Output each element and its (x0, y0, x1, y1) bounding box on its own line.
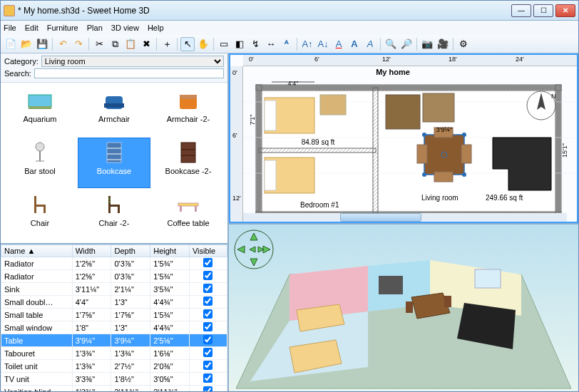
table-row[interactable]: TV unit3'3⅜"1'8½"3'0⅝" (1, 373, 227, 386)
plan-view[interactable]: 0' 6' 12' 18' 24' 0' 6' 12' My home (229, 53, 578, 223)
column-header[interactable]: Visible (189, 245, 227, 257)
visible-checkbox[interactable] (203, 361, 212, 370)
redo-icon[interactable]: ↷ (71, 37, 86, 51)
catalog-item[interactable]: Bar stool (4, 138, 76, 188)
delete-icon[interactable]: ✖ (139, 37, 153, 51)
text-icon[interactable]: ᴬ (280, 37, 294, 51)
table-row[interactable]: Small doubl…4'4"1'3"4'4¾" (1, 296, 227, 309)
camera-icon[interactable]: 📷 (420, 37, 434, 51)
add-furniture-icon[interactable]: ＋ (160, 37, 174, 51)
cell-depth: 1'7⅝" (111, 309, 150, 321)
furniture-catalog[interactable]: AquariumArmchairArmchair -2-Bar stoolBoo… (1, 83, 227, 244)
open-icon[interactable]: 📂 (19, 37, 34, 51)
text-color-icon[interactable]: A (332, 37, 346, 51)
column-header[interactable]: Depth (111, 245, 150, 257)
view-3d[interactable] (229, 223, 578, 391)
text-size-down-icon[interactable]: A↓ (316, 37, 330, 51)
visible-checkbox[interactable] (203, 322, 212, 331)
table-row[interactable]: Toilet unit1'3¾"2'7½"2'0⅜" (1, 360, 227, 373)
plan-scrollbar[interactable] (243, 213, 567, 222)
table-row[interactable]: Venitian blind1'3¾"2'11¾"2'11¾" (1, 386, 227, 392)
room-icon[interactable]: ◧ (232, 37, 247, 51)
preferences-icon[interactable]: ⚙ (456, 37, 471, 51)
new-icon[interactable]: 📄 (4, 37, 18, 51)
zoom-in-icon[interactable]: 🔍 (384, 37, 398, 51)
visible-checkbox[interactable] (203, 258, 212, 267)
catalog-item[interactable]: Bookcase (78, 138, 150, 188)
close-button[interactable]: ✕ (555, 4, 575, 17)
cell-visible[interactable] (189, 296, 227, 309)
maximize-button[interactable]: ☐ (533, 4, 553, 17)
nav-pad[interactable] (233, 229, 275, 270)
catalog-item-label: Chair (31, 219, 49, 227)
menu-3dview[interactable]: 3D view (111, 24, 139, 32)
cell-height: 2'5⅛" (150, 334, 190, 347)
catalog-item[interactable]: Chair (4, 190, 76, 240)
text-bold-icon[interactable]: A (347, 37, 362, 51)
plan-canvas[interactable]: My home (243, 66, 577, 213)
column-header[interactable]: Width (72, 245, 111, 257)
cell-visible[interactable] (189, 321, 227, 334)
visible-checkbox[interactable] (203, 296, 212, 306)
visible-checkbox[interactable] (203, 271, 212, 280)
cut-icon[interactable]: ✂ (92, 37, 106, 51)
pan-icon[interactable]: ✋ (196, 37, 210, 51)
copy-icon[interactable]: ⧉ (108, 37, 122, 51)
table-row[interactable]: Sink3'11¼"2'1¼"3'5¾" (1, 283, 227, 296)
catalog-item[interactable]: Coffee table (152, 190, 225, 240)
catalog-item[interactable]: Bookcase -2- (152, 138, 225, 188)
catalog-item[interactable]: Chair -2- (78, 190, 150, 240)
catalog-item[interactable]: Armchair (78, 86, 150, 136)
menu-furniture[interactable]: Furniture (47, 24, 78, 32)
text-italic-icon[interactable]: A (363, 37, 377, 51)
visible-checkbox[interactable] (203, 335, 212, 344)
cell-visible[interactable] (189, 334, 227, 347)
visible-checkbox[interactable] (203, 348, 212, 357)
video-icon[interactable]: 🎥 (436, 37, 450, 51)
menu-plan[interactable]: Plan (87, 24, 103, 32)
menu-edit[interactable]: Edit (25, 24, 39, 32)
save-icon[interactable]: 💾 (35, 37, 49, 51)
catalog-item[interactable]: Armchair -2- (152, 86, 225, 136)
cell-visible[interactable] (189, 257, 227, 270)
table-row[interactable]: Radiator1'2⅝"0'3⅞"1'5¾" (1, 257, 227, 270)
table-row[interactable]: Table3'9¼"3'9¼"2'5⅛" (1, 334, 227, 347)
column-header[interactable]: Height (150, 245, 190, 257)
table-row[interactable]: Radiator1'2⅝"0'3⅞"1'5¾" (1, 270, 227, 283)
column-header[interactable]: Name ▲ (1, 245, 73, 257)
table-row[interactable]: Small table1'7⅝"1'7⅝"1'5¾" (1, 309, 227, 321)
visible-checkbox[interactable] (203, 309, 212, 319)
text-size-up-icon[interactable]: A↑ (300, 37, 314, 51)
catalog-item[interactable]: Aquarium (4, 86, 76, 136)
cell-visible[interactable] (189, 386, 227, 392)
cell-width: 3'3⅜" (72, 373, 111, 386)
svg-rect-21 (118, 205, 120, 213)
select-icon[interactable]: ↖ (180, 37, 195, 51)
table-row[interactable]: Tabouret1'3¾"1'3¾"1'6⅛" (1, 347, 227, 360)
polyline-icon[interactable]: ↯ (248, 37, 262, 51)
cell-visible[interactable] (189, 309, 227, 321)
wall-icon[interactable]: ▭ (217, 37, 231, 51)
cell-visible[interactable] (189, 283, 227, 296)
cell-visible[interactable] (189, 360, 227, 373)
visible-checkbox[interactable] (203, 386, 212, 391)
table-row[interactable]: Small window1'8"1'3"4'4¾" (1, 321, 227, 334)
furniture-table-pane[interactable]: Name ▲WidthDepthHeightVisible Radiator1'… (1, 244, 227, 391)
category-select[interactable]: Living room (41, 56, 224, 67)
cell-visible[interactable] (189, 347, 227, 360)
visible-checkbox[interactable] (203, 284, 212, 293)
dimension-icon[interactable]: ↔ (264, 37, 278, 51)
paste-icon[interactable]: 📋 (123, 37, 138, 51)
zoom-out-icon[interactable]: 🔎 (399, 37, 414, 51)
menu-help[interactable]: Help (148, 24, 164, 32)
minimize-button[interactable]: — (511, 4, 531, 17)
menu-file[interactable]: File (4, 24, 16, 32)
cell-visible[interactable] (189, 270, 227, 283)
cell-visible[interactable] (189, 373, 227, 386)
visible-checkbox[interactable] (203, 373, 212, 383)
area-living: 249.66 sq ft (486, 194, 523, 202)
svg-rect-40 (265, 160, 276, 190)
undo-icon[interactable]: ↶ (56, 37, 70, 51)
search-input[interactable] (34, 68, 224, 78)
cell-height: 1'5¾" (150, 270, 190, 283)
